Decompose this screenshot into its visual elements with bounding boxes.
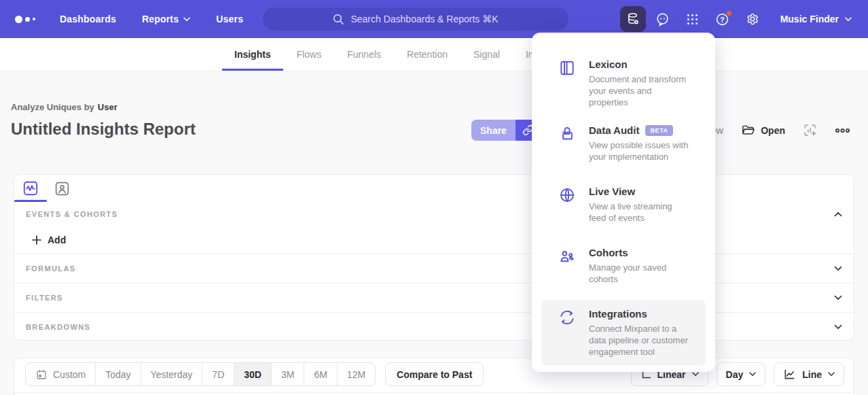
svg-text:?: ? <box>720 15 724 23</box>
menu-item-text: Data Audit BETA View possible issues wit… <box>589 124 689 162</box>
more-options-button[interactable] <box>835 128 850 133</box>
search-icon <box>333 14 344 25</box>
active-tab-underline <box>14 200 47 202</box>
chevron-up-icon <box>834 211 842 217</box>
chevron-down-icon <box>834 324 842 330</box>
menu-item-integrations[interactable]: Integrations Connect Mixpanel to a data … <box>541 300 706 366</box>
line-chart-icon <box>783 368 796 381</box>
filters-section[interactable]: FILTERS <box>14 283 854 312</box>
menu-item-desc: View a live streaming feed of events <box>589 201 689 224</box>
events-view-tab[interactable] <box>21 179 39 198</box>
builder-view-tabs <box>14 175 854 202</box>
chevron-down-icon <box>828 372 835 377</box>
live-view-icon <box>558 186 576 204</box>
tab-funnels[interactable]: Funnels <box>335 38 393 71</box>
menu-item-title: Integrations <box>589 308 689 320</box>
mixpanel-logo-icon[interactable] <box>15 16 35 23</box>
tab-insights[interactable]: Insights <box>222 38 283 71</box>
menu-item-lexicon[interactable]: Lexicon Document and transform your even… <box>541 50 706 116</box>
project-switcher[interactable]: Music Finder <box>780 14 852 24</box>
events-cohorts-label: EVENTS & COHORTS <box>26 210 117 218</box>
toolbar-row: Custom Today Yesterday 7D 30D 3M 6M 12M … <box>25 362 844 386</box>
beta-badge: BETA <box>645 125 672 136</box>
folder-icon <box>741 123 755 137</box>
range-3m[interactable]: 3M <box>272 363 304 385</box>
events-cohorts-section[interactable]: EVENTS & COHORTS <box>14 202 854 226</box>
share-split-button: Share <box>471 120 541 141</box>
chevron-down-icon <box>834 266 842 271</box>
nav-link-users[interactable]: Users <box>216 14 243 24</box>
interval-dropdown[interactable]: Day <box>717 362 766 386</box>
project-name: Music Finder <box>780 14 839 24</box>
top-navbar: Dashboards Reports Users Search Dashboar… <box>0 0 868 38</box>
open-report-button[interactable]: Open <box>741 123 785 137</box>
range-custom[interactable]: Custom <box>26 363 96 385</box>
lexicon-icon <box>558 59 576 77</box>
analyze-breadcrumb: Analyze Uniques byUser <box>11 102 117 112</box>
tab-flows[interactable]: Flows <box>285 38 334 71</box>
data-management-icon <box>626 12 640 27</box>
menu-item-desc: Manage your saved cohorts <box>589 262 689 285</box>
settings-button[interactable] <box>740 6 765 32</box>
ellipsis-icon <box>835 128 850 133</box>
analyze-prefix: Analyze Uniques by <box>11 102 94 112</box>
compare-to-past-button[interactable]: Compare to Past <box>385 362 484 386</box>
insights-chart-icon <box>22 179 39 197</box>
analyze-entity[interactable]: User <box>98 102 117 112</box>
chevron-down-icon <box>183 17 190 22</box>
range-12m[interactable]: 12M <box>338 363 375 385</box>
grid-icon <box>685 12 700 27</box>
share-button[interactable]: Share <box>471 120 516 141</box>
tab-retention[interactable]: Retention <box>395 38 460 71</box>
formulas-section[interactable]: FORMULAS <box>14 254 854 283</box>
range-30d[interactable]: 30D <box>234 363 272 385</box>
calendar-icon <box>35 368 48 381</box>
date-range-control: Custom Today Yesterday 7D 30D 3M 6M 12M <box>25 362 376 386</box>
plus-icon <box>32 235 41 245</box>
menu-item-desc: Document and transform your events and p… <box>589 73 689 108</box>
cohorts-icon <box>558 247 576 265</box>
chevron-down-icon <box>692 372 699 377</box>
range-6m[interactable]: 6M <box>304 363 337 385</box>
search-placeholder: Search Dashboards & Reports ⌘K <box>350 14 498 24</box>
gear-icon <box>745 12 760 27</box>
data-audit-icon <box>558 125 576 143</box>
feedback-icon <box>655 12 670 27</box>
chart-toolbar-card: Custom Today Yesterday 7D 30D 3M 6M 12M … <box>14 358 854 395</box>
data-management-button[interactable] <box>620 6 646 32</box>
nav-link-dashboards[interactable]: Dashboards <box>60 14 116 24</box>
menu-item-title: Lexicon <box>589 58 689 70</box>
help-button[interactable]: ? <box>710 6 736 32</box>
report-tabbar: Insights Flows Funnels Retention Signal … <box>0 38 868 71</box>
chart-type-dropdown[interactable]: Line <box>774 362 844 386</box>
feedback-button[interactable] <box>650 6 676 32</box>
menu-item-text: Integrations Connect Mixpanel to a data … <box>589 308 689 358</box>
menu-item-data-audit[interactable]: Data Audit BETA View possible issues wit… <box>541 116 706 177</box>
chevron-down-icon <box>749 372 756 377</box>
formulas-label: FORMULAS <box>26 264 76 273</box>
menu-item-title: Data Audit BETA <box>589 124 689 136</box>
range-yesterday[interactable]: Yesterday <box>141 363 203 385</box>
nav-link-reports[interactable]: Reports <box>142 14 190 24</box>
search-input[interactable]: Search Dashboards & Reports ⌘K <box>263 7 568 31</box>
page-title[interactable]: Untitled Insights Report <box>11 120 196 139</box>
integrations-icon <box>558 309 576 326</box>
menu-item-cohorts[interactable]: Cohorts Manage your saved cohorts <box>541 239 706 300</box>
menu-item-title: Cohorts <box>589 247 689 258</box>
report-actions: New Open <box>704 120 850 141</box>
tab-signal[interactable]: Signal <box>461 38 512 71</box>
profiles-view-tab[interactable] <box>53 179 71 198</box>
menu-item-text: Live View View a live streaming feed of … <box>589 186 689 224</box>
add-event-button[interactable]: Add <box>32 235 66 245</box>
menu-item-live-view[interactable]: Live View View a live streaming feed of … <box>541 177 706 239</box>
apps-grid-button[interactable] <box>680 6 706 32</box>
menu-item-title: Live View <box>589 186 689 197</box>
range-7d[interactable]: 7D <box>202 363 234 385</box>
data-management-menu: Lexicon Document and transform your even… <box>532 33 715 372</box>
notification-dot <box>726 10 732 16</box>
breakdowns-section[interactable]: BREAKDOWNS <box>14 312 854 341</box>
range-today[interactable]: Today <box>96 363 141 385</box>
menu-item-desc: View possible issues with your implement… <box>589 139 689 162</box>
menu-item-text: Cohorts Manage your saved cohorts <box>589 247 689 285</box>
add-to-dashboard-button[interactable] <box>803 123 817 137</box>
